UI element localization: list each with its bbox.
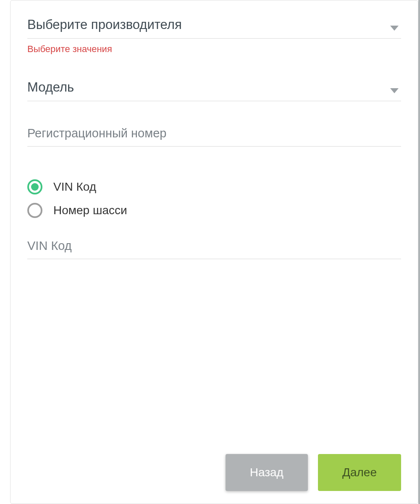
manufacturer-error: Выберите значения <box>27 44 401 55</box>
registration-placeholder: Регистрационный номер <box>27 126 401 140</box>
svg-marker-1 <box>390 88 399 93</box>
id-type-radio-group: VIN Код Номер шасси <box>27 179 401 218</box>
manufacturer-underline <box>27 38 401 39</box>
chevron-down-icon <box>390 87 399 95</box>
vin-underline <box>27 259 401 259</box>
page-right-shadow <box>418 0 420 504</box>
radio-vin[interactable]: VIN Код <box>27 179 401 194</box>
manufacturer-label: Выберите производителя <box>27 17 401 32</box>
radio-chassis-label: Номер шасси <box>53 204 127 217</box>
model-underline <box>27 101 401 101</box>
vin-input[interactable]: VIN Код <box>27 239 401 259</box>
model-label: Модель <box>27 80 401 95</box>
radio-chassis[interactable]: Номер шасси <box>27 203 401 218</box>
registration-underline <box>27 146 401 147</box>
model-select[interactable]: Модель <box>27 80 401 101</box>
chevron-down-icon <box>390 25 399 32</box>
svg-marker-0 <box>390 26 399 31</box>
radio-selected-icon <box>27 179 42 194</box>
next-button[interactable]: Далее <box>318 454 401 491</box>
registration-input[interactable]: Регистрационный номер <box>27 126 401 147</box>
back-button[interactable]: Назад <box>226 454 308 491</box>
vin-placeholder: VIN Код <box>27 239 401 253</box>
radio-unselected-icon <box>27 203 42 218</box>
radio-vin-label: VIN Код <box>53 180 96 194</box>
form-area: Выберите производителя Выберите значения… <box>27 17 401 454</box>
manufacturer-select[interactable]: Выберите производителя Выберите значения <box>27 17 401 55</box>
buttons-row: Назад Далее <box>27 454 401 495</box>
form-card: Выберите производителя Выберите значения… <box>10 0 418 504</box>
